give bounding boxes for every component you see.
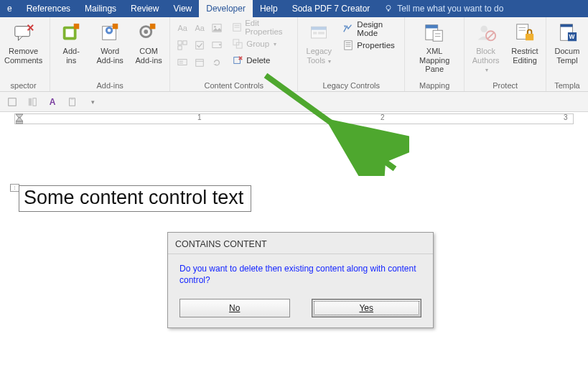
remove-comments-button[interactable]: Remove Comments [1,20,45,66]
group-legacy-controls: Legacy Tools ▾ Design Mode Properties Le… [298,17,405,91]
legacy-tools-button[interactable]: Legacy Tools ▾ [302,20,335,66]
legacy-tools-icon [307,22,330,45]
tab-references[interactable]: References [19,0,78,17]
svg-rect-10 [113,24,118,29]
svg-rect-7 [74,24,80,29]
xml-mapping-button[interactable]: XML Mapping Pane [409,20,459,75]
tell-me-label: Tell me what you want to do [397,4,503,14]
tab-review[interactable]: Review [123,0,166,17]
restrict-editing-icon [513,22,536,45]
svg-point-15 [214,26,216,28]
indent-marker-icon[interactable] [16,111,23,124]
tab-fragment[interactable]: e [0,0,19,17]
tab-developer[interactable]: Developer [199,0,253,17]
cc-richtext-icon[interactable]: Aa [174,20,190,36]
content-control-text[interactable]: Some content control text [19,185,251,212]
word-window: e References Mailings Review View Develo… [0,0,588,367]
dialog-title: CONTAINS CONTENT [168,233,433,254]
qat-item-1[interactable] [6,96,19,108]
cc-picture-icon[interactable] [209,20,225,36]
group-content-controls-label: Content Controls [174,80,293,90]
remove-comments-label: Remove Comments [4,47,42,65]
svg-rect-62 [70,97,73,99]
addins-icon [60,22,83,45]
xml-mapping-label: XML Mapping Pane [412,47,457,74]
qat-item-2[interactable] [26,96,39,108]
svg-rect-24 [196,60,204,67]
addins-label: Add- ins [63,47,80,65]
qat-item-paste[interactable] [66,96,79,108]
svg-rect-19 [196,42,204,50]
tab-view[interactable]: View [166,0,199,17]
svg-rect-2 [14,27,29,37]
edit-properties-button[interactable]: Edit Properties [230,20,293,34]
qat-item-letter[interactable]: A [46,96,59,108]
cc-dropdown-icon[interactable] [174,55,190,70]
tab-soda-pdf[interactable]: Soda PDF 7 Creator [285,0,378,17]
dialog-message: Do you want to delete then existing cont… [168,254,433,294]
block-authors-label: Block Authors ▾ [472,47,500,74]
delete-button[interactable]: Delete [230,53,293,68]
cc-checkbox-icon[interactable] [192,37,207,53]
group-icon [232,38,243,50]
cc-combobox-icon[interactable] [209,37,225,53]
group-addins-label: Add-ins [55,80,165,90]
dialog-no-button[interactable]: No [179,299,290,317]
word-addins-icon [98,22,121,45]
svg-rect-59 [29,98,32,106]
svg-rect-18 [178,46,182,50]
document-template-button[interactable]: W Docum Templ [551,20,584,66]
svg-rect-17 [183,41,187,45]
cc-date-icon[interactable] [192,55,207,70]
group-mapping-label: Mapping [409,80,459,90]
dialog-yes-button[interactable]: Yes [312,299,422,317]
svg-rect-6 [66,29,74,37]
document-template-icon: W [556,22,579,45]
cc-repeating-icon[interactable] [209,55,225,70]
delete-icon [232,55,243,66]
svg-rect-55 [561,24,573,27]
edit-properties-label: Edit Properties [245,19,291,36]
chevron-down-icon: ▾ [327,58,331,65]
chevron-down-icon: ▾ [485,67,488,73]
group-button[interactable]: Group ▾ [230,37,293,51]
word-addins-button[interactable]: Word Add-ins [93,20,126,66]
addins-button[interactable]: Add- ins [55,20,88,66]
com-addins-icon [137,22,160,45]
restrict-editing-label: Restrict Editing [511,47,538,65]
properties-button[interactable]: Properties [341,38,400,52]
ruler-mark-2: 2 [381,113,385,121]
cc-buildingblock-icon[interactable] [174,37,190,53]
delete-label: Delete [246,56,270,65]
horizontal-ruler[interactable]: 1 2 3 [0,112,588,126]
restrict-editing-button[interactable]: Restrict Editing [508,20,541,66]
quick-access-toolbar: A ▾ [0,92,588,112]
svg-rect-16 [178,41,182,45]
svg-rect-60 [33,98,36,106]
svg-text:W: W [569,33,575,40]
design-mode-label: Design Mode [357,20,398,37]
tab-mailings[interactable]: Mailings [78,0,123,17]
svg-point-12 [144,29,149,34]
confirm-dialog: CONTAINS CONTENT Do you want to delete t… [167,232,434,328]
svg-point-0 [386,6,391,10]
tell-me-search[interactable]: Tell me what you want to do [377,0,510,17]
svg-rect-38 [345,41,353,50]
com-addins-label: COM Add-ins [136,47,162,65]
com-addins-button[interactable]: COM Add-ins [132,20,165,66]
ruler-mark-1: 1 [197,113,202,121]
svg-rect-43 [426,25,438,29]
cc-plaintext-icon[interactable]: Aa [192,20,207,36]
block-authors-button[interactable]: Block Authors ▾ [469,20,503,75]
remove-comments-icon [12,22,35,45]
svg-rect-58 [9,98,17,106]
svg-rect-31 [234,57,241,64]
svg-rect-35 [312,27,327,29]
group-legacy-label: Legacy Controls [302,80,400,90]
design-mode-icon [342,23,354,34]
tab-help[interactable]: Help [253,0,285,17]
design-mode-button[interactable]: Design Mode [341,22,400,36]
properties-icon [232,22,242,33]
qat-dropdown[interactable]: ▾ [86,96,99,108]
group-inspector-label: spector [1,80,45,90]
